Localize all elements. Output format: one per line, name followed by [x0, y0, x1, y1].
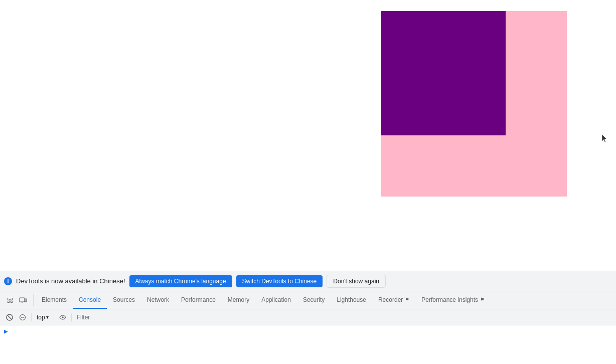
toolbar-divider-3 [71, 313, 72, 321]
tab-bar-divider [33, 294, 34, 306]
pink-right-block [506, 11, 567, 197]
tab-lighthouse[interactable]: Lighthouse [331, 291, 372, 309]
svg-rect-0 [9, 299, 11, 301]
info-icon: i [4, 277, 12, 285]
tab-elements[interactable]: Elements [36, 291, 73, 309]
console-prompt: ▶ [4, 327, 8, 335]
tab-console[interactable]: Console [73, 291, 107, 309]
tab-network[interactable]: Network [141, 291, 175, 309]
devtools-panel: i DevTools is now available in Chinese! … [0, 271, 616, 364]
filter-button[interactable] [17, 312, 28, 323]
notification-text: DevTools is now available in Chinese! [16, 277, 125, 285]
toolbar-divider-1 [31, 313, 32, 321]
toolbar-divider-2 [54, 313, 54, 321]
pink-bottom-block [381, 135, 506, 197]
clear-console-button[interactable] [4, 312, 15, 323]
toggle-device-toolbar-button[interactable] [17, 294, 29, 306]
console-toolbar: top ▾ [0, 309, 616, 325]
tab-bar: Elements Console Sources Network Perform… [0, 291, 616, 309]
context-chevron-icon: ▾ [46, 314, 49, 320]
console-filter-input[interactable] [75, 314, 612, 321]
browser-content [0, 0, 616, 271]
recorder-icon: ⚑ [405, 297, 409, 302]
context-selector[interactable]: top ▾ [35, 313, 51, 322]
tab-memory[interactable]: Memory [222, 291, 255, 309]
eye-button[interactable] [57, 312, 68, 323]
tab-performance-insights[interactable]: Performance insights ⚑ [415, 291, 491, 309]
purple-block [381, 11, 506, 135]
color-blocks [381, 11, 567, 197]
switch-to-chinese-button[interactable]: Switch DevTools to Chinese [236, 275, 323, 287]
console-output: ▶ [0, 325, 616, 364]
always-match-language-button[interactable]: Always match Chrome's language [129, 275, 232, 287]
svg-rect-2 [25, 299, 27, 302]
notification-bar: i DevTools is now available in Chinese! … [0, 271, 616, 291]
performance-insights-icon: ⚑ [480, 297, 485, 302]
svg-line-5 [8, 315, 12, 319]
inspect-element-button[interactable] [4, 294, 16, 306]
tab-performance[interactable]: Performance [175, 291, 222, 309]
cursor-icon [602, 134, 608, 143]
dont-show-again-button[interactable]: Don't show again [327, 275, 386, 288]
svg-rect-1 [20, 298, 25, 302]
svg-point-8 [62, 316, 64, 318]
tab-security[interactable]: Security [297, 291, 331, 309]
devtools-left-icons [2, 291, 31, 309]
svg-point-3 [22, 302, 22, 302]
tab-sources[interactable]: Sources [107, 291, 141, 309]
tab-application[interactable]: Application [255, 291, 297, 309]
tab-recorder[interactable]: Recorder ⚑ [372, 291, 415, 309]
